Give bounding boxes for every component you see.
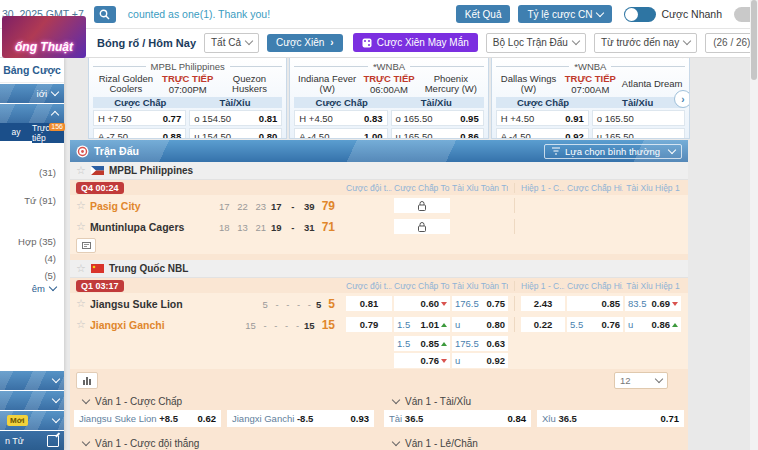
market-panel-header[interactable]: Ván 1 - Cược đội thắng	[74, 435, 374, 450]
odds-cell[interactable]: u0.86	[625, 317, 681, 332]
chevron-down-icon	[52, 395, 60, 403]
parlay-button[interactable]: Cược Xiên›	[267, 34, 343, 52]
page-size-select[interactable]: 12	[614, 372, 668, 389]
stats-page-button[interactable]	[76, 238, 96, 253]
sidebar-section-sports[interactable]	[0, 104, 64, 123]
time-filter-select[interactable]: Từ trước đến nay	[594, 33, 697, 53]
league-name[interactable]: Trung Quốc NBL	[109, 263, 188, 274]
odds-cell[interactable]: 0.60	[394, 296, 450, 311]
scrollbar-thumb[interactable]	[751, 0, 757, 80]
odds-cell[interactable]: 176.50.75	[452, 296, 508, 311]
odds-cell[interactable]: 0.79	[346, 317, 392, 332]
sidebar-item[interactable]: (31)	[39, 167, 56, 178]
odds-cell[interactable]: 2.43	[521, 296, 565, 311]
odds-cell[interactable]: Tài 36.5 0.84	[384, 410, 531, 427]
market-panel-header[interactable]: Ván 1 - Tài/Xỉu	[384, 393, 684, 410]
sidebar-item[interactable]: (4)	[44, 253, 56, 264]
odds-cell[interactable]: 175.50.63	[452, 336, 508, 351]
column-header: Hiệp 1 - C...	[521, 281, 565, 291]
odds-cell[interactable]: u0.92	[452, 353, 508, 368]
odds-cell[interactable]: u 154.500.80	[189, 128, 282, 139]
sidebar-button-2[interactable]	[0, 391, 64, 410]
chevron-down-icon	[82, 396, 90, 404]
home-team: Dallas Wings (W)	[496, 74, 562, 95]
page-scrollbar[interactable]	[750, 0, 758, 450]
odds-cell[interactable]: 0.22	[521, 317, 565, 332]
show-more-link[interactable]: êm	[32, 283, 56, 294]
odds-cell[interactable]: o 154.500.81	[189, 110, 282, 126]
bet-slip-tab[interactable]: Bảng Cược	[0, 58, 64, 83]
match-filter-select[interactable]: Bộ Lọc Trận Đấu	[486, 33, 586, 53]
sidebar-section-world[interactable]: iới	[0, 84, 64, 103]
favorite-star-icon[interactable]: ☆	[76, 263, 86, 274]
sidebar-button-1[interactable]	[0, 371, 64, 390]
market-panel-header[interactable]: Ván 1 - Lẻ/Chẵn	[384, 435, 684, 450]
odds-cell[interactable]: u0.80	[452, 317, 508, 332]
odds-cell[interactable]: u 165.50	[592, 128, 685, 139]
odds-cell[interactable]: H +4.500.83	[294, 110, 387, 126]
lucky-parlay-button[interactable]: Cược Xiên May Mắn	[353, 33, 478, 52]
favorite-star-icon[interactable]: ☆	[76, 200, 86, 211]
favorite-star-icon[interactable]: ☆	[76, 165, 86, 176]
sidebar-item[interactable]: Tứ (91)	[24, 195, 56, 206]
odds-cell[interactable]: 1.51.01	[394, 317, 450, 332]
sidebar-item[interactable]: (5)	[44, 270, 56, 281]
odds-cell[interactable]: o 165.50	[592, 110, 685, 126]
match-header: Q1 03:17 Cược đội t... Cược Chấp To... T…	[70, 278, 688, 293]
chevron-down-icon	[51, 88, 59, 96]
team-row: ☆ Jiangxi Ganchi 15 - - - -1515 0.79 1.5…	[70, 314, 688, 335]
chevron-down-icon	[52, 375, 60, 383]
odds-cell[interactable]: 0.76	[394, 353, 450, 368]
tab-live[interactable]: Trực tiếp 156	[32, 123, 64, 143]
odds-type-button[interactable]: Tỷ lệ cược CN	[518, 5, 612, 23]
sidebar-button-esports[interactable]: n Tử	[0, 431, 64, 450]
odds-cell[interactable]: H +7.500.77	[93, 110, 186, 126]
search-button[interactable]	[94, 6, 116, 23]
favorite-star-icon[interactable]: ☆	[76, 298, 86, 309]
match-header: Q4 00:24 Cược đội t... Cược Chấp To... T…	[70, 180, 688, 195]
next-cards-button[interactable]: ›	[674, 90, 690, 108]
odds-cell[interactable]: o 165.500.95	[391, 110, 484, 126]
odds-cell[interactable]: A -4.501.00	[294, 128, 387, 139]
stats-chart-button[interactable]	[76, 372, 98, 389]
odds-cell[interactable]: Jiangxi Ganchi -8.5 0.93	[227, 410, 374, 427]
favorite-star-icon[interactable]: ☆	[76, 221, 86, 232]
odds-cell[interactable]: 0.81	[346, 296, 392, 311]
selection-mode-select[interactable]: Lựa chọn bình thường	[544, 144, 682, 159]
odds-cell[interactable]: H +4.500.91	[496, 110, 589, 126]
odds-cell[interactable]: u 165.500.86	[391, 128, 484, 139]
period-scores: 18 13 21	[219, 222, 266, 233]
section-title: Trận Đấu	[94, 145, 139, 157]
odds-cell[interactable]: 5.50.76	[567, 317, 623, 332]
league-name[interactable]: MPBL Philippines	[109, 165, 193, 176]
odds-cell[interactable]: 0.85	[567, 296, 623, 311]
promo-banner[interactable]: ống Thuật	[2, 16, 86, 58]
odds-cell[interactable]: A -4.500.92	[496, 128, 589, 139]
team-name[interactable]: Pasig City	[90, 200, 219, 212]
featured-cards-row: ✕ MPBL Philippines Rizal Golden Coolers …	[88, 57, 690, 139]
odds-cell[interactable]: A -7.500.88	[93, 128, 186, 139]
team-name[interactable]: Jiangsu Suke Lion	[90, 298, 222, 310]
odds-cell[interactable]: 1.50.85	[394, 336, 450, 351]
odds-cell[interactable]: Jiangsu Suke Lion +8.5 0.62	[74, 410, 221, 427]
promo-banner-text: ống Thuật	[15, 40, 73, 54]
total-score: 15	[322, 318, 335, 332]
odds-up-icon	[441, 342, 447, 346]
market-panel-header[interactable]: Ván 1 - Cược Chấp	[74, 393, 374, 410]
odds-cell[interactable]: 83.50.69	[625, 296, 681, 311]
match-time: 07:00AM	[571, 84, 609, 95]
sidebar-item[interactable]: Hợp (35)	[18, 236, 56, 247]
match-card[interactable]: MPBL Philippines Rizal Golden Coolers TR…	[88, 57, 287, 139]
tab-today[interactable]: ay	[0, 123, 32, 143]
sidebar-button-new[interactable]: Mới	[0, 411, 64, 430]
overunder-header: Tài/Xỉu	[590, 97, 685, 108]
match-card[interactable]: *WNBA Dallas Wings (W) TRỰC TIẾP07:00AM …	[491, 57, 690, 139]
quick-bet-toggle[interactable]	[624, 7, 656, 22]
odds-cell[interactable]: Xỉu 36.5 0.71	[537, 410, 684, 427]
match-card[interactable]: *WNBA Indiana Fever (W) TRỰC TIẾP06:00AM…	[289, 57, 488, 139]
team-name[interactable]: Jiangxi Ganchi	[90, 319, 222, 331]
league-all-select[interactable]: Tất Cả	[204, 33, 259, 53]
team-name[interactable]: Muntinlupa Cagers	[90, 221, 219, 233]
favorite-star-icon[interactable]: ☆	[76, 319, 86, 330]
results-button[interactable]: Kết Quả	[456, 5, 511, 23]
